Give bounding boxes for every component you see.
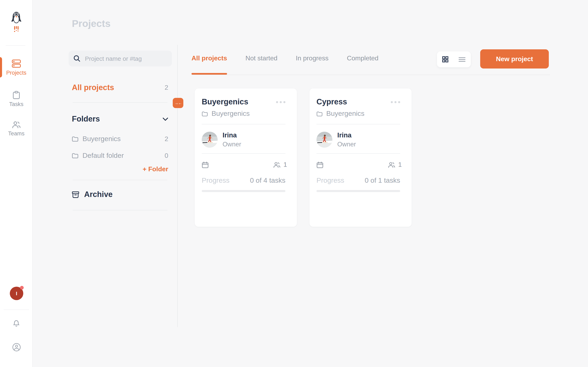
- sidebar-item-label: Projects: [6, 70, 26, 76]
- archive-box-icon: [72, 191, 79, 198]
- panel-divider: [73, 210, 167, 210]
- all-projects-label: All projects: [72, 83, 114, 92]
- members-icon: [273, 162, 281, 168]
- folder-name: Buyergenics: [82, 135, 160, 143]
- tabs-underline-track: [191, 75, 550, 75]
- calendar-icon[interactable]: [316, 161, 323, 168]
- rail-divider-top: [6, 45, 25, 46]
- app-logo[interactable]: [0, 11, 33, 34]
- owner-role: Owner: [223, 140, 241, 149]
- folder-icon: [202, 111, 208, 117]
- progress-tasks: 0 of 4 tasks: [250, 176, 285, 185]
- collapse-panel-button[interactable]: →←: [173, 98, 183, 108]
- sidebar-item-label: Teams: [8, 131, 25, 137]
- owner-row: Irina Owner: [202, 131, 241, 149]
- folder-item-default[interactable]: Default folder 0: [72, 152, 168, 160]
- sidebar-item-teams[interactable]: Teams: [0, 121, 33, 137]
- card-divider: [202, 124, 285, 124]
- add-folder-button[interactable]: + Folder: [72, 166, 168, 173]
- progress-label: Progress: [202, 176, 229, 185]
- card-divider: [316, 124, 400, 124]
- folder-item-buyergenics[interactable]: Buyergenics 2: [72, 135, 168, 143]
- bell-icon: [13, 319, 20, 327]
- calendar-icon[interactable]: [202, 161, 209, 168]
- user-initial: I: [16, 291, 17, 296]
- new-project-button[interactable]: New project: [480, 49, 549, 68]
- tab-all-projects[interactable]: All projects: [191, 55, 227, 75]
- list-view-button[interactable]: [458, 57, 466, 62]
- progress-tasks: 0 of 1 tasks: [365, 176, 400, 185]
- project-folder-name: Buyergenics: [326, 110, 364, 118]
- project-card-cypress[interactable]: Cypress Buyergenics: [310, 89, 412, 227]
- members-value: 1: [398, 161, 402, 168]
- progress-bar: [316, 190, 400, 192]
- penguin-rocket-icon: [10, 11, 23, 34]
- search-input[interactable]: [84, 55, 167, 62]
- folders-header-label: Folders: [72, 115, 100, 124]
- tab-in-progress[interactable]: In progress: [296, 55, 329, 75]
- folder-icon: [72, 136, 78, 142]
- folder-count: 0: [164, 152, 168, 159]
- folder-icon: [316, 111, 323, 117]
- folder-name: Default folder: [82, 152, 160, 160]
- teams-people-icon: [12, 121, 21, 128]
- chevron-down-icon[interactable]: [163, 117, 168, 121]
- tab-completed[interactable]: Completed: [347, 55, 379, 75]
- card-menu-dots-icon[interactable]: [276, 99, 285, 105]
- folder-count: 2: [164, 135, 168, 143]
- archive-label: Archive: [84, 190, 112, 199]
- panel-divider: [73, 102, 167, 103]
- owner-role: Owner: [337, 140, 356, 149]
- members-value: 1: [283, 161, 287, 168]
- panel-divider: [73, 180, 167, 180]
- project-folder-name: Buyergenics: [212, 110, 250, 118]
- account-button[interactable]: [0, 343, 33, 351]
- archive-link[interactable]: Archive: [72, 190, 168, 199]
- grid-view-button[interactable]: [442, 56, 448, 62]
- tab-not-started[interactable]: Not started: [245, 55, 277, 75]
- progress-label: Progress: [316, 176, 344, 185]
- projects-boards-icon: [12, 59, 21, 68]
- owner-avatar[interactable]: [202, 132, 218, 147]
- notifications-button[interactable]: [0, 319, 33, 327]
- notification-dot: [20, 286, 24, 290]
- owner-name: Irina: [337, 131, 356, 140]
- search-icon: [73, 55, 80, 62]
- tasks-clipboard-icon: [13, 91, 20, 99]
- members-count: 1: [273, 161, 287, 168]
- project-title: Buyergenics: [202, 98, 248, 106]
- user-avatar[interactable]: I: [10, 287, 23, 300]
- filter-all-projects[interactable]: All projects 2: [72, 83, 168, 92]
- sidebar-item-tasks[interactable]: Tasks: [0, 91, 33, 107]
- project-status-tabs: All projects Not started In progress Com…: [191, 55, 379, 75]
- card-menu-dots-icon[interactable]: [391, 99, 400, 105]
- collapse-arrows-icon: →←: [174, 101, 182, 105]
- view-toggle: [437, 51, 471, 67]
- folders-section-header[interactable]: Folders: [72, 115, 168, 124]
- rail-divider-bottom: [4, 309, 29, 310]
- project-title: Cypress: [316, 98, 347, 106]
- panel-main-divider: [177, 45, 178, 327]
- sidebar-item-label: Tasks: [9, 101, 24, 107]
- members-count: 1: [388, 161, 402, 168]
- sidebar-item-projects[interactable]: Projects: [0, 59, 33, 76]
- folder-icon: [72, 153, 78, 159]
- project-search[interactable]: [69, 50, 172, 67]
- all-projects-count: 2: [164, 84, 168, 91]
- card-divider: [316, 153, 400, 154]
- left-rail: Projects Tasks Teams: [0, 0, 33, 367]
- card-divider: [202, 153, 285, 154]
- project-card-buyergenics[interactable]: Buyergenics Buyergenics: [195, 89, 297, 227]
- members-icon: [388, 162, 395, 168]
- progress-bar: [202, 190, 285, 192]
- owner-name: Irina: [223, 131, 241, 140]
- page-title: Projects: [72, 18, 111, 29]
- owner-avatar[interactable]: [316, 132, 332, 147]
- app-window: Projects Tasks Teams: [0, 0, 588, 367]
- person-circle-icon: [12, 343, 21, 351]
- owner-row: Irina Owner: [316, 131, 356, 149]
